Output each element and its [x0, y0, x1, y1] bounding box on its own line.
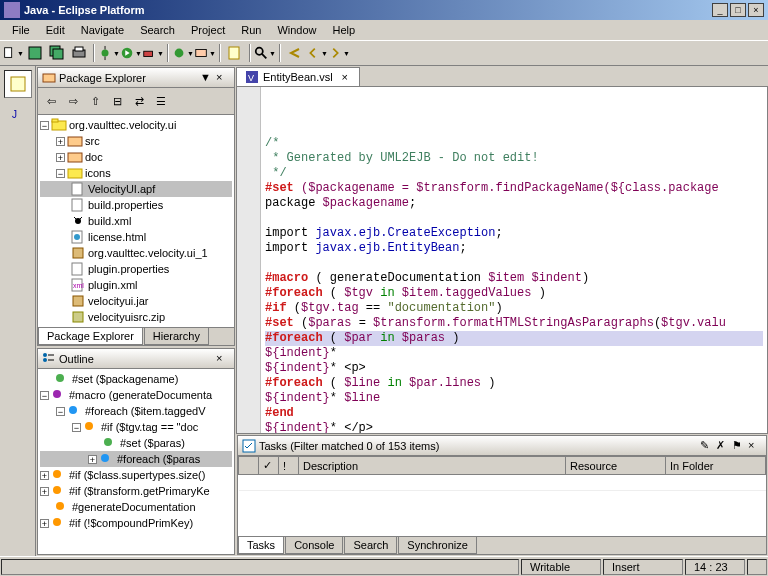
- tasks-filter-button[interactable]: ⚑: [732, 439, 746, 453]
- outline-item[interactable]: +#if ($transform.getPrimaryKe: [40, 483, 232, 499]
- tab-search[interactable]: Search: [344, 537, 397, 554]
- tree-expand-button[interactable]: +: [40, 487, 49, 496]
- source-editor[interactable]: /* * Generated by UML2EJB - Do not edit!…: [236, 86, 768, 434]
- last-edit-button[interactable]: [284, 42, 306, 64]
- menu-file[interactable]: File: [4, 22, 38, 38]
- tab-hierarchy[interactable]: Hierarchy: [144, 328, 209, 345]
- table-row[interactable]: [239, 475, 766, 491]
- tree-item[interactable]: plugin.properties: [40, 261, 232, 277]
- tab-synchronize[interactable]: Synchronize: [398, 537, 477, 554]
- tree-expand-button[interactable]: +: [88, 455, 97, 464]
- tasks-col-0[interactable]: [239, 457, 259, 475]
- outline-item[interactable]: −#macro (generateDocumenta: [40, 387, 232, 403]
- tree-item[interactable]: license.html: [40, 229, 232, 245]
- menu-search[interactable]: Search: [132, 22, 183, 38]
- tree-item[interactable]: xmlplugin.xml: [40, 277, 232, 293]
- tree-item[interactable]: −icons: [40, 165, 232, 181]
- tree-item[interactable]: VelocityUI.apf: [40, 181, 232, 197]
- tree-item[interactable]: org.vaulttec.velocity.ui_1: [40, 245, 232, 261]
- tree-expand-button[interactable]: +: [56, 153, 65, 162]
- save-button[interactable]: [24, 42, 46, 64]
- link-editor-button[interactable]: ⇄: [128, 90, 150, 112]
- new-package-button[interactable]: ▼: [194, 42, 216, 64]
- outline-tree[interactable]: #set ($packagename)−#macro (generateDocu…: [38, 369, 234, 533]
- tree-expand-button[interactable]: +: [40, 519, 49, 528]
- outline-item-label: #set ($packagename): [72, 373, 178, 385]
- tree-item[interactable]: velocityuisrc.zip: [40, 309, 232, 325]
- view-menu-button[interactable]: ▼: [200, 71, 214, 85]
- menu-project[interactable]: Project: [183, 22, 233, 38]
- tasks-new-button[interactable]: ✎: [700, 439, 714, 453]
- outline-item-label: #if ($transform.getPrimaryKe: [69, 485, 210, 497]
- tree-expand-button[interactable]: −: [40, 391, 49, 400]
- tree-item[interactable]: +src: [40, 133, 232, 149]
- forward-nav-button[interactable]: ⇨: [62, 90, 84, 112]
- new-button[interactable]: ▼: [2, 42, 24, 64]
- package-explorer-tree[interactable]: −org.vaulttec.velocity.ui+src+doc−iconsV…: [38, 115, 234, 327]
- tree-item-label: velocityui.jar: [88, 295, 149, 307]
- menu-window[interactable]: Window: [269, 22, 324, 38]
- tasks-delete-button[interactable]: ✗: [716, 439, 730, 453]
- open-type-button[interactable]: [224, 42, 246, 64]
- save-all-button[interactable]: [46, 42, 68, 64]
- outline-item[interactable]: #set ($paras): [40, 435, 232, 451]
- external-tools-button[interactable]: ▼: [142, 42, 164, 64]
- print-button[interactable]: [68, 42, 90, 64]
- outline-item[interactable]: +#foreach ($paras: [40, 451, 232, 467]
- tree-expand-button[interactable]: −: [72, 423, 81, 432]
- tree-item[interactable]: build.xml: [40, 213, 232, 229]
- search-button[interactable]: ▼: [254, 42, 276, 64]
- tasks-col-folder[interactable]: In Folder: [666, 457, 766, 475]
- debug-button[interactable]: ▼: [98, 42, 120, 64]
- tree-expand-button[interactable]: −: [56, 169, 65, 178]
- outline-item[interactable]: #generateDocumentation: [40, 499, 232, 515]
- minimize-button[interactable]: _: [712, 3, 728, 17]
- outline-item-label: #if ($tgv.tag == "doc: [101, 421, 198, 433]
- maximize-button[interactable]: □: [730, 3, 746, 17]
- filter-button[interactable]: ☰: [150, 90, 172, 112]
- outline-item[interactable]: #set ($packagename): [40, 371, 232, 387]
- outline-item[interactable]: −#if ($tgv.tag == "doc: [40, 419, 232, 435]
- tasks-col-description[interactable]: Description: [299, 457, 566, 475]
- java-perspective-button[interactable]: J: [4, 100, 32, 128]
- menu-run[interactable]: Run: [233, 22, 269, 38]
- menu-help[interactable]: Help: [325, 22, 364, 38]
- open-perspective-button[interactable]: [4, 70, 32, 98]
- close-button[interactable]: ×: [748, 3, 764, 17]
- tree-expand-button[interactable]: +: [40, 471, 49, 480]
- outline-item[interactable]: −#foreach ($item.taggedV: [40, 403, 232, 419]
- tree-item-label: build.properties: [88, 199, 163, 211]
- outline-item[interactable]: +#if (!$compoundPrimKey): [40, 515, 232, 531]
- tasks-col-done[interactable]: ✓: [259, 457, 279, 475]
- tasks-col-priority[interactable]: !: [279, 457, 299, 475]
- new-class-button[interactable]: ▼: [172, 42, 194, 64]
- forward-button[interactable]: ▼: [328, 42, 350, 64]
- back-nav-button[interactable]: ⇦: [40, 90, 62, 112]
- tasks-col-resource[interactable]: Resource: [566, 457, 666, 475]
- tree-item[interactable]: −org.vaulttec.velocity.ui: [40, 117, 232, 133]
- menu-navigate[interactable]: Navigate: [73, 22, 132, 38]
- collapse-all-button[interactable]: ⊟: [106, 90, 128, 112]
- outline-item[interactable]: +#if ($class.supertypes.size(): [40, 467, 232, 483]
- tree-item[interactable]: build.properties: [40, 197, 232, 213]
- back-button[interactable]: ▼: [306, 42, 328, 64]
- tree-item[interactable]: +doc: [40, 149, 232, 165]
- up-nav-button[interactable]: ⇧: [84, 90, 106, 112]
- view-close-button[interactable]: ×: [216, 71, 230, 85]
- editor-tab-close-button[interactable]: ×: [339, 71, 351, 83]
- run-button[interactable]: ▼: [120, 42, 142, 64]
- tree-expand-button[interactable]: −: [40, 121, 49, 130]
- tree-expand-button[interactable]: −: [56, 407, 65, 416]
- tab-package-explorer[interactable]: Package Explorer: [38, 328, 143, 345]
- editor-tab-entitybean[interactable]: V EntityBean.vsl ×: [236, 67, 360, 86]
- tasks-close-button[interactable]: ×: [748, 439, 762, 453]
- tab-console[interactable]: Console: [285, 537, 343, 554]
- menu-edit[interactable]: Edit: [38, 22, 73, 38]
- tree-item-label: VelocityUI.apf: [88, 183, 155, 195]
- tab-tasks[interactable]: Tasks: [238, 537, 284, 554]
- outline-node-icon: [83, 420, 99, 434]
- tree-item[interactable]: velocityui.jar: [40, 293, 232, 309]
- tasks-table[interactable]: ✓ ! Description Resource In Folder: [238, 456, 766, 536]
- tree-expand-button[interactable]: +: [56, 137, 65, 146]
- outline-close-button[interactable]: ×: [216, 352, 230, 366]
